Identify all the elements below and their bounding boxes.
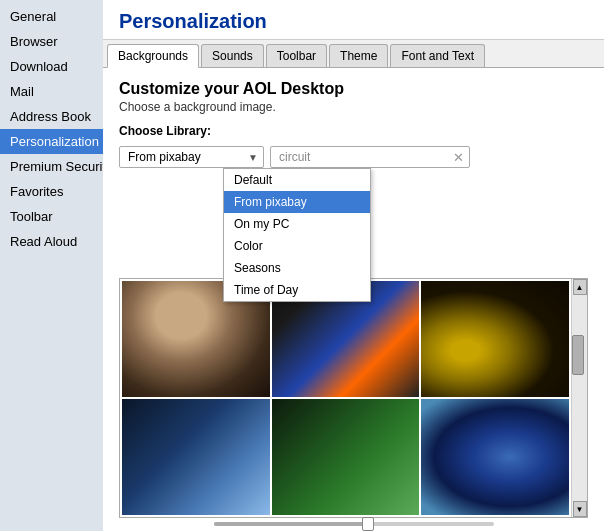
sidebar-item-browser[interactable]: Browser — [0, 29, 103, 54]
search-clear-icon[interactable]: ✕ — [453, 150, 464, 165]
tab-theme[interactable]: Theme — [329, 44, 388, 67]
dropdown-option-color[interactable]: Color — [224, 235, 370, 257]
tab-backgrounds[interactable]: Backgrounds — [107, 44, 199, 68]
sidebar-item-personalization[interactable]: Personalization — [0, 129, 103, 154]
controls-row: From pixabay Default On my PC Color Seas… — [119, 146, 588, 168]
sidebar-item-general[interactable]: General — [0, 4, 103, 29]
scrollbar-thumb[interactable] — [572, 335, 584, 375]
dropdown-option-default[interactable]: Default — [224, 169, 370, 191]
sidebar: General Browser Download Mail Address Bo… — [0, 0, 103, 531]
tab-toolbar[interactable]: Toolbar — [266, 44, 327, 67]
tabs-bar: Backgrounds Sounds Toolbar Theme Font an… — [103, 40, 604, 68]
dropdown-option-time-of-day[interactable]: Time of Day — [224, 279, 370, 301]
slider-thumb[interactable] — [362, 517, 374, 531]
scrollbar-track-inner — [572, 295, 587, 501]
library-select-wrapper: From pixabay Default On my PC Color Seas… — [119, 146, 264, 168]
image-cell-4[interactable] — [272, 399, 420, 515]
search-wrapper: ✕ — [270, 146, 470, 168]
dropdown-option-seasons[interactable]: Seasons — [224, 257, 370, 279]
library-row: Choose Library: — [119, 124, 588, 138]
image-grid-wrapper: ▲ ▼ — [119, 278, 588, 518]
sidebar-item-read-aloud[interactable]: Read Aloud — [0, 229, 103, 254]
page-title: Personalization — [103, 0, 604, 40]
sidebar-item-mail[interactable]: Mail — [0, 79, 103, 104]
scrollbar-down-button[interactable]: ▼ — [573, 501, 587, 517]
sidebar-item-address-book[interactable]: Address Book — [0, 104, 103, 129]
library-label: Choose Library: — [119, 124, 211, 138]
image-grid — [120, 279, 571, 517]
sidebar-item-premium-security[interactable]: Premium Security — [0, 154, 103, 179]
tab-font-and-text[interactable]: Font and Text — [390, 44, 485, 67]
content-subtitle: Choose a background image. — [119, 100, 588, 114]
library-dropdown-popup: Default From pixabay On my PC Color Seas… — [223, 168, 371, 302]
search-input[interactable] — [270, 146, 470, 168]
slider-track — [214, 522, 494, 526]
sidebar-item-toolbar[interactable]: Toolbar — [0, 204, 103, 229]
dropdown-option-pixabay[interactable]: From pixabay — [224, 191, 370, 213]
sidebar-item-download[interactable]: Download — [0, 54, 103, 79]
tab-sounds[interactable]: Sounds — [201, 44, 264, 67]
main-panel: Personalization Backgrounds Sounds Toolb… — [103, 0, 604, 531]
slider-row — [119, 522, 588, 526]
library-dropdown[interactable]: From pixabay Default On my PC Color Seas… — [119, 146, 264, 168]
content-title: Customize your AOL Desktop — [119, 80, 588, 98]
scrollbar-up-button[interactable]: ▲ — [573, 279, 587, 295]
scrollbar-track: ▲ ▼ — [571, 279, 587, 517]
image-cell-2[interactable] — [421, 281, 569, 397]
image-cell-3[interactable] — [122, 399, 270, 515]
sidebar-item-favorites[interactable]: Favorites — [0, 179, 103, 204]
content-area: Customize your AOL Desktop Choose a back… — [103, 68, 604, 531]
image-cell-5[interactable] — [421, 399, 569, 515]
dropdown-option-on-my-pc[interactable]: On my PC — [224, 213, 370, 235]
slider-fill — [214, 522, 368, 526]
